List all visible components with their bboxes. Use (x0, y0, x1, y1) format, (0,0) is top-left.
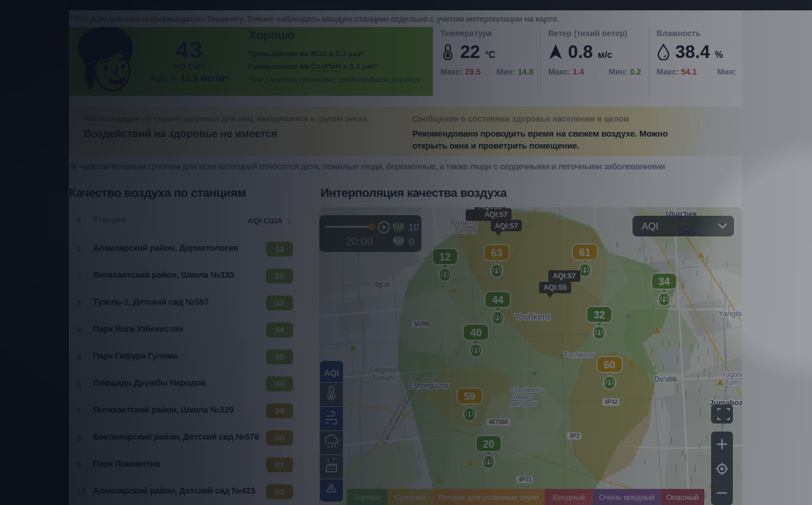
svg-text:61: 61 (579, 247, 591, 258)
svg-text:60: 60 (604, 359, 615, 371)
svg-text:Tumani: Tumani (372, 374, 394, 382)
svg-text:xalqaro: xalqaro (512, 393, 533, 400)
svg-text:Средний: Средний (395, 493, 426, 502)
svg-text:AQI:57: AQI:57 (485, 211, 508, 219)
svg-text:Tum: Tum (725, 379, 738, 387)
svg-text:44: 44 (492, 294, 503, 306)
svg-text:20:00: 20:00 (346, 235, 373, 247)
svg-text:aeroporti: aeroporti (512, 400, 537, 407)
svg-text:Tumani: Tumani (454, 227, 477, 235)
svg-text:Toshkent: Toshkent (563, 351, 594, 359)
svg-text:Опасный: Опасный (666, 493, 699, 502)
svg-text:4К7086: 4К7086 (489, 419, 508, 425)
svg-text:Очень вредный: Очень вредный (599, 493, 655, 502)
svg-text:59: 59 (464, 391, 475, 402)
svg-text:Yugorich: Yugorich (721, 371, 742, 379)
svg-text:Ilg'or: Ilg'or (375, 281, 391, 289)
svg-text:63: 63 (491, 247, 502, 259)
svg-text:40: 40 (470, 327, 482, 339)
svg-text:Yangibo: Yangibo (719, 309, 742, 318)
svg-text:✈: ✈ (624, 312, 631, 321)
svg-text:4Р21: 4Р21 (518, 476, 532, 483)
svg-text:34: 34 (658, 276, 670, 288)
svg-text:32: 32 (594, 309, 605, 321)
svg-text:AQI:57: AQI:57 (495, 222, 518, 230)
svg-text:Вредный: Вредный (553, 493, 585, 502)
svg-text:12: 12 (439, 251, 451, 263)
svg-text:20: 20 (483, 438, 494, 450)
svg-text:Eshong'uzor: Eshong'uzor (409, 382, 448, 390)
svg-text:Zangiota: Zangiota (369, 366, 396, 374)
svg-text:M39B: M39B (414, 321, 430, 327)
svg-text:✈: ✈ (531, 368, 538, 378)
svg-text:AQI: AQI (324, 368, 339, 378)
svg-text:AQI:55: AQI:55 (544, 283, 567, 292)
svg-text:Вредно для уязвимых групп: Вредно для уязвимых групп (438, 493, 538, 502)
svg-text:0: 0 (409, 236, 414, 247)
svg-text:4Р42: 4Р42 (604, 399, 618, 405)
svg-text:Toshkent: Toshkent (514, 312, 551, 321)
svg-text:«Toshkent»: «Toshkent» (510, 386, 542, 393)
svg-text:10: 10 (408, 222, 419, 232)
svg-text:4Р2: 4Р2 (569, 433, 580, 439)
svg-text:Do'stlik: Do'stlik (654, 375, 678, 383)
svg-text:AQI: AQI (642, 221, 658, 232)
svg-text:Хорошо: Хорошо (353, 493, 381, 502)
svg-text:AQI:57: AQI:57 (553, 272, 576, 280)
